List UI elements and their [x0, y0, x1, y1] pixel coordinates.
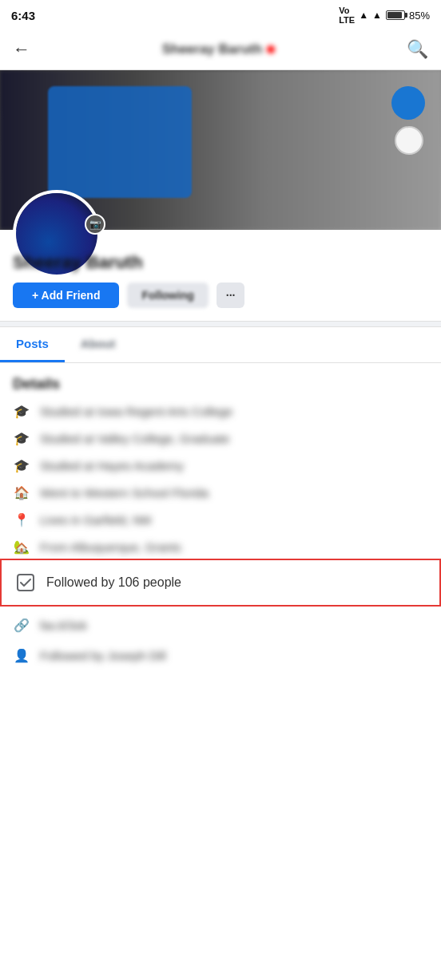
profile-tabs: Posts About: [0, 327, 441, 363]
list-item: 🎓 Studied at Iowa Regent Arts College: [13, 402, 428, 420]
followed-by-text: Followed by 106 people: [46, 575, 181, 590]
education-icon-1: 🎓: [13, 402, 30, 420]
section-divider: [0, 321, 441, 327]
status-icons: VoLTE ▲ ▲ 85%: [339, 6, 430, 25]
info-list: 🎓 Studied at Iowa Regent Arts College 🎓 …: [13, 402, 428, 555]
list-item: 👤 Followed by Joseph Dill: [13, 640, 428, 670]
battery-pct: 85%: [409, 10, 430, 22]
avatar-badge: 📷: [85, 214, 105, 235]
add-friend-button[interactable]: + Add Friend: [13, 283, 119, 308]
profile-name: Sheeray Baruth: [13, 252, 428, 273]
person-icon: 👤: [13, 646, 30, 664]
nav-title: Sheeray Baruth: [162, 41, 276, 57]
status-bar: 6:43 VoLTE ▲ ▲ 85%: [0, 0, 441, 29]
list-item: 🎓 Studied at Hayes Academy: [13, 456, 428, 474]
signal-icon: ▲: [372, 10, 382, 21]
cover-fab-blue[interactable]: [391, 86, 425, 120]
education-icon-3: 🎓: [13, 456, 30, 474]
info-text-5: Lives in Garfield, NM: [40, 513, 151, 527]
list-item: 🔗 fav.it/3ok: [13, 610, 428, 640]
about-section: Details 🎓 Studied at Iowa Regent Arts Co…: [0, 363, 441, 555]
tab-about-label: About: [81, 337, 115, 350]
location-icon: 📍: [13, 511, 30, 528]
cover-decoration: [48, 86, 192, 198]
tab-posts-label: Posts: [16, 337, 49, 350]
action-buttons: + Add Friend Following ···: [13, 283, 428, 308]
profile-section: 📷 Sheeray Baruth + Add Friend Following …: [0, 230, 441, 321]
list-item: 🎓 Studied at Valley College, Graduate: [13, 429, 428, 447]
info-text-4: Went to Western School Florida: [40, 486, 209, 500]
nav-live-dot: [267, 45, 275, 53]
info-text-2: Studied at Valley College, Graduate: [40, 432, 229, 445]
battery-icon: [386, 10, 405, 20]
cover-fab-white[interactable]: [395, 126, 423, 155]
tab-about[interactable]: About: [65, 327, 131, 362]
education-icon-2: 🎓: [13, 429, 30, 447]
info-text-1: Studied at Iowa Regent Arts College: [40, 405, 232, 418]
top-nav: ← Sheeray Baruth 🔍: [0, 29, 441, 70]
followed-person-text: Followed by Joseph Dill: [40, 649, 166, 662]
avatar-badge-icon: 📷: [89, 219, 101, 230]
home-icon: 🏠: [13, 484, 30, 501]
follow-button[interactable]: Following: [127, 283, 208, 308]
hometown-icon: 🏡: [13, 538, 30, 555]
more-info: 🔗 fav.it/3ok 👤 Followed by Joseph Dill: [0, 610, 441, 670]
search-button[interactable]: 🔍: [407, 39, 428, 60]
link-text: fav.it/3ok: [40, 618, 87, 632]
about-title: Details: [13, 376, 428, 393]
wifi-icon: ▲: [359, 10, 368, 21]
info-text-3: Studied at Hayes Academy: [40, 459, 184, 472]
network-icon: VoLTE: [339, 6, 355, 25]
avatar-wrap: 📷: [13, 190, 109, 238]
followed-by-row: Followed by 106 people: [0, 559, 441, 607]
more-button[interactable]: ···: [217, 283, 245, 308]
list-item: 📍 Lives in Garfield, NM: [13, 511, 428, 528]
link-icon: 🔗: [13, 616, 30, 634]
list-item: 🏠 Went to Western School Florida: [13, 484, 428, 501]
status-time: 6:43: [11, 9, 35, 22]
back-button[interactable]: ←: [13, 39, 30, 60]
list-item: 🏡 From Albuquerque, Grants: [13, 538, 428, 555]
nav-title-text: Sheeray Baruth: [162, 41, 263, 57]
followers-icon: [14, 571, 37, 594]
info-text-6: From Albuquerque, Grants: [40, 540, 181, 554]
tab-posts[interactable]: Posts: [0, 327, 65, 362]
